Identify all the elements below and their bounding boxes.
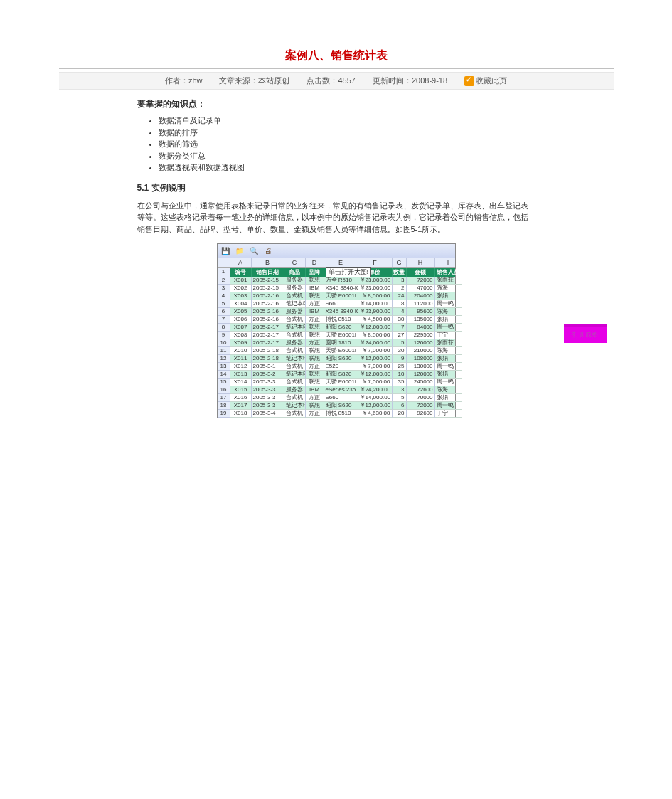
cell: 台式机 [284,292,306,300]
cell: 2005-3-3 [252,386,284,394]
cell: X003 [230,292,252,300]
cell: S660 [324,394,358,402]
cell: X002 [230,285,252,292]
cell: 天骄 E6001I [324,292,358,300]
col-letter: F [358,258,393,267]
cell: 张娟 [435,316,462,324]
cell: 台式机 [284,410,306,418]
table-row: 9X0082005-2-17台式机联想天骄 E6001I￥8,500.00272… [218,332,455,339]
cell: X018 [230,410,252,418]
cell: 圆明 1810 [324,339,358,347]
cell: 陈海 [435,347,462,355]
cell: X012 [230,363,252,371]
hits-label: 点击数： [306,76,338,85]
cell: 方正 [306,339,324,347]
cell: 2005-2-17 [252,324,284,332]
favorite-label: 收藏此页 [476,75,507,86]
col-header: 数量 [393,268,407,277]
cell: 5 [393,339,407,347]
source-value: 本站原创 [258,76,289,85]
table-row: 5X0042005-2-16笔记本电脑方正S660￥14,000.0081120… [218,300,455,308]
cell: 周一鸣 [435,324,462,332]
cell: 108000 [407,355,435,363]
excel-table-body: 2X0012005-2-15服务器联想万全 R510￥23,000.003720… [218,277,455,418]
cell: 张雨菲 [435,277,462,285]
cell: 2 [393,285,407,292]
cell: X009 [230,339,252,347]
row-number: 6 [218,308,230,316]
cell: 台式机 [284,347,306,355]
cell: 台式机 [284,332,306,339]
table-row: 3X0022005-2-15服务器IBMX345 8840-I02￥23,000… [218,285,455,292]
favorite-button[interactable]: 收藏此页 [464,75,507,86]
knowledge-list: 数据清单及记录单 数据的排序 数据的筛选 数据分类汇总 数据透视表和数据透视图 [159,115,535,174]
cell: ￥7,000.00 [358,363,393,371]
row-number: 3 [218,285,230,292]
author-field: 作者：zhw [165,75,203,86]
cell: 昭阳 S620 [324,324,358,332]
updated-field: 更新时间：2008-9-18 [373,75,447,86]
cell: 245000 [407,379,435,386]
cell: 2005-3-2 [252,371,284,379]
tooltip-hint: 单击打开大图! [326,267,372,277]
cell: 联想 [306,355,324,363]
cell: 2005-2-18 [252,347,284,355]
cell: 120000 [407,339,435,347]
cell: ￥14,000.00 [358,300,393,308]
excel-toolbar: 💾 📁 🔍 🖨 [218,244,455,258]
cell: 张娟 [435,371,462,379]
cell: 联想 [306,347,324,355]
cell: IBM [306,386,324,394]
cell: 联想 [306,324,324,332]
cell: X008 [230,332,252,339]
cell: ￥8,500.00 [358,332,393,339]
cell: 47000 [407,285,435,292]
cell: 2005-3-3 [252,394,284,402]
cell: X005 [230,308,252,316]
cell: eSeries 235 [324,386,358,394]
cell: 2005-2-17 [252,339,284,347]
cell: ￥14,000.00 [358,394,393,402]
cell: 6 [393,402,407,410]
cell: S660 [324,300,358,308]
row-number: 18 [218,402,230,410]
cell: X013 [230,371,252,379]
cell: 昭阳 S620 [324,402,358,410]
section-title: 5.1 实例说明 [137,182,535,194]
cell: 2005-3-3 [252,402,284,410]
updated-label: 更新时间： [373,76,412,85]
cell: 台式机 [284,394,306,402]
cell: ￥12,000.00 [358,355,393,363]
cell: 天骄 E6001I [324,379,358,386]
cell: 120000 [407,371,435,379]
meta-bar: 作者：zhw 文章来源：本站原创 点击数：4557 更新时间：2008-9-18… [59,72,614,90]
cell: 5 [393,394,407,402]
cell: 笔记本电脑 [284,300,306,308]
col-letter: E [324,258,358,267]
row-number: 16 [218,386,230,394]
cell: E520 [324,363,358,371]
cell: 昭阳 S620 [324,355,358,363]
cell: 4 [393,308,407,316]
table-row: 2X0012005-2-15服务器联想万全 R510￥23,000.003720… [218,277,455,285]
cell: 周一鸣 [435,300,462,308]
col-corner [218,258,230,267]
hits-field: 点击数：4557 [306,75,355,86]
author-label: 作者： [165,76,188,85]
col-letter: H [407,258,435,267]
table-row: 7X0062005-2-16台式机方正博悦 8510￥4,500.0030135… [218,316,455,324]
table-row: 11X0102005-2-18台式机联想天骄 E6001I￥7,000.0030… [218,347,455,355]
col-letter: G [393,258,407,267]
col-header: 编号 [230,268,252,277]
excel-screenshot[interactable]: 单击打开大图! 💾 📁 🔍 🖨 A B C D E F G H I [217,243,456,418]
cell: 2005-3-3 [252,379,284,386]
row-number: 7 [218,316,230,324]
open-original-button[interactable]: 打开原图 [564,324,607,343]
col-letter: D [306,258,324,267]
cell: 联想 [306,371,324,379]
cell: 陈海 [435,386,462,394]
row-number: 11 [218,347,230,355]
table-row: 17X0162005-3-3台式机方正S660￥14,000.00570000张… [218,394,455,402]
cell: 130000 [407,363,435,371]
cell: 210000 [407,347,435,355]
